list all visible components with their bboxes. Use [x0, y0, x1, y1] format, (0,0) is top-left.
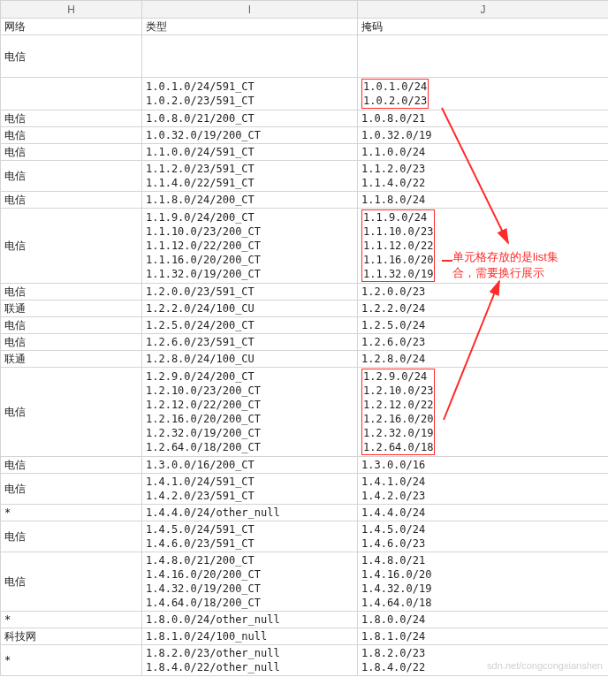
highlight-box: 1.0.1.0/24 1.0.2.0/23 — [361, 79, 429, 109]
table-row: 电信1.1.2.0/23/591_CT 1.1.4.0/22/591_CT1.1… — [1, 161, 609, 192]
cell-mask[interactable]: 1.2.9.0/24 1.2.10.0/23 1.2.12.0/22 1.2.1… — [358, 368, 609, 457]
table-row: 电信1.2.5.0/24/200_CT1.2.5.0/24 — [1, 317, 609, 334]
header-network[interactable]: 网络 — [1, 19, 142, 35]
cell-network[interactable] — [1, 78, 142, 110]
cell-network[interactable]: 电信 — [1, 110, 142, 127]
table-row: 电信1.1.8.0/24/200_CT1.1.8.0/24 — [1, 192, 609, 209]
cell-mask[interactable]: 1.2.6.0/23 — [358, 334, 609, 351]
cell-type[interactable]: 1.1.0.0/24/591_CT — [142, 144, 358, 161]
cell-mask[interactable]: 1.2.2.0/24 — [358, 301, 609, 317]
cell-type[interactable]: 1.8.1.0/24/100_null — [142, 628, 358, 645]
col-header-I[interactable]: I — [142, 1, 358, 19]
table-row: 联通1.2.2.0/24/100_CU1.2.2.0/24 — [1, 301, 609, 317]
col-header-H[interactable]: H — [1, 1, 142, 19]
cell-mask[interactable]: 1.8.0.0/24 — [358, 612, 609, 628]
cell-type[interactable]: 1.8.2.0/23/other_null 1.8.4.0/22/other_n… — [142, 645, 358, 676]
cell-network[interactable]: 电信 — [1, 127, 142, 144]
cell-network[interactable]: 电信 — [1, 368, 142, 457]
field-header-row: 网络 类型 掩码 — [1, 19, 609, 35]
cell-type[interactable]: 1.1.8.0/24/200_CT — [142, 192, 358, 209]
column-header-row: H I J — [1, 1, 609, 19]
table-row: 电信1.3.0.0/16/200_CT1.3.0.0/16 — [1, 457, 609, 474]
cell-type[interactable] — [142, 35, 358, 78]
cell-type[interactable]: 1.4.1.0/24/591_CT 1.4.2.0/23/591_CT — [142, 474, 358, 505]
table-row: *1.4.4.0/24/other_null1.4.4.0/24 — [1, 505, 609, 521]
cell-network[interactable]: 联通 — [1, 301, 142, 317]
table-row: 电信1.2.0.0/23/591_CT1.2.0.0/23 — [1, 284, 609, 301]
annotation-line-1: 单元格存放的是list集 — [452, 250, 559, 263]
cell-network[interactable]: * — [1, 505, 142, 521]
annotation-line-2: 合，需要换行展示 — [452, 266, 544, 279]
cell-type[interactable]: 1.2.8.0/24/100_CU — [142, 351, 358, 368]
table-row: 电信1.4.1.0/24/591_CT 1.4.2.0/23/591_CT1.4… — [1, 474, 609, 505]
cell-mask[interactable]: 1.1.8.0/24 — [358, 192, 609, 209]
table-row: 电信1.4.8.0/21/200_CT 1.4.16.0/20/200_CT 1… — [1, 552, 609, 612]
cell-network[interactable]: 电信 — [1, 474, 142, 505]
table-row: 科技网1.8.1.0/24/100_null1.8.1.0/24 — [1, 628, 609, 645]
cell-network[interactable]: 科技网 — [1, 628, 142, 645]
cell-network[interactable]: 电信 — [1, 35, 142, 78]
cell-type[interactable]: 1.0.8.0/21/200_CT — [142, 110, 358, 127]
cell-network[interactable]: 电信 — [1, 521, 142, 552]
cell-network[interactable]: 电信 — [1, 334, 142, 351]
cell-mask[interactable]: 1.4.5.0/24 1.4.6.0/23 — [358, 521, 609, 552]
cell-network[interactable]: 电信 — [1, 284, 142, 301]
cell-mask[interactable]: 1.0.1.0/24 1.0.2.0/23 — [358, 78, 609, 110]
cell-type[interactable]: 1.4.4.0/24/other_null — [142, 505, 358, 521]
cell-network[interactable]: * — [1, 612, 142, 628]
header-type[interactable]: 类型 — [142, 19, 358, 35]
cell-network[interactable]: * — [1, 645, 142, 676]
cell-network[interactable]: 电信 — [1, 317, 142, 334]
cell-type[interactable]: 1.0.1.0/24/591_CT 1.0.2.0/23/591_CT — [142, 78, 358, 110]
cell-type[interactable]: 1.1.2.0/23/591_CT 1.1.4.0/22/591_CT — [142, 161, 358, 192]
cell-mask[interactable]: 1.8.1.0/24 — [358, 628, 609, 645]
cell-type[interactable]: 1.2.9.0/24/200_CT 1.2.10.0/23/200_CT 1.2… — [142, 368, 358, 457]
cell-type[interactable]: 1.4.8.0/21/200_CT 1.4.16.0/20/200_CT 1.4… — [142, 552, 358, 612]
annotation-callout: 单元格存放的是list集 合，需要换行展示 — [452, 249, 559, 281]
col-header-J[interactable]: J — [358, 1, 609, 19]
cell-network[interactable]: 联通 — [1, 351, 142, 368]
table-row: 1.0.1.0/24/591_CT 1.0.2.0/23/591_CT1.0.1… — [1, 78, 609, 110]
table-row: *1.8.0.0/24/other_null1.8.0.0/24 — [1, 612, 609, 628]
cell-network[interactable]: 电信 — [1, 161, 142, 192]
cell-mask[interactable]: 1.3.0.0/16 — [358, 457, 609, 474]
table-row: 联通1.2.8.0/24/100_CU1.2.8.0/24 — [1, 351, 609, 368]
cell-mask[interactable]: 1.1.2.0/23 1.1.4.0/22 — [358, 161, 609, 192]
cell-network[interactable]: 电信 — [1, 552, 142, 612]
cell-mask[interactable]: 1.4.4.0/24 — [358, 505, 609, 521]
header-mask[interactable]: 掩码 — [358, 19, 609, 35]
cell-type[interactable]: 1.2.6.0/23/591_CT — [142, 334, 358, 351]
cell-type[interactable]: 1.4.5.0/24/591_CT 1.4.6.0/23/591_CT — [142, 521, 358, 552]
spreadsheet-table: H I J 网络 类型 掩码 电信1.0.1.0/24/591_CT 1.0.2… — [0, 0, 608, 676]
cell-mask[interactable]: 1.2.5.0/24 — [358, 317, 609, 334]
table-row: 电信1.1.0.0/24/591_CT1.1.0.0/24 — [1, 144, 609, 161]
cell-mask[interactable]: 1.0.32.0/19 — [358, 127, 609, 144]
highlight-box: 1.2.9.0/24 1.2.10.0/23 1.2.12.0/22 1.2.1… — [361, 369, 435, 455]
table-row: 电信 — [1, 35, 609, 78]
cell-mask[interactable]: 1.0.8.0/21 — [358, 110, 609, 127]
cell-network[interactable]: 电信 — [1, 209, 142, 284]
table-row: 电信1.0.8.0/21/200_CT1.0.8.0/21 — [1, 110, 609, 127]
cell-mask[interactable] — [358, 35, 609, 78]
cell-type[interactable]: 1.1.9.0/24/200_CT 1.1.10.0/23/200_CT 1.1… — [142, 209, 358, 284]
cell-mask[interactable]: 1.2.0.0/23 — [358, 284, 609, 301]
cell-type[interactable]: 1.2.5.0/24/200_CT — [142, 317, 358, 334]
cell-network[interactable]: 电信 — [1, 192, 142, 209]
cell-type[interactable]: 1.3.0.0/16/200_CT — [142, 457, 358, 474]
cell-mask[interactable]: 1.1.0.0/24 — [358, 144, 609, 161]
cell-mask[interactable]: 1.4.8.0/21 1.4.16.0/20 1.4.32.0/19 1.4.6… — [358, 552, 609, 612]
cell-type[interactable]: 1.2.2.0/24/100_CU — [142, 301, 358, 317]
cell-network[interactable]: 电信 — [1, 144, 142, 161]
table-row: 电信1.0.32.0/19/200_CT1.0.32.0/19 — [1, 127, 609, 144]
cell-mask[interactable]: 1.4.1.0/24 1.4.2.0/23 — [358, 474, 609, 505]
cell-network[interactable]: 电信 — [1, 457, 142, 474]
watermark: sdn.net/congcongxianshen — [487, 660, 603, 671]
cell-mask[interactable]: 1.2.8.0/24 — [358, 351, 609, 368]
cell-type[interactable]: 1.2.0.0/23/591_CT — [142, 284, 358, 301]
table-row: 电信1.4.5.0/24/591_CT 1.4.6.0/23/591_CT1.4… — [1, 521, 609, 552]
table-row: 电信1.2.9.0/24/200_CT 1.2.10.0/23/200_CT 1… — [1, 368, 609, 457]
cell-type[interactable]: 1.0.32.0/19/200_CT — [142, 127, 358, 144]
highlight-box: 1.1.9.0/24 1.1.10.0/23 1.1.12.0/22 1.1.1… — [361, 209, 435, 282]
cell-type[interactable]: 1.8.0.0/24/other_null — [142, 612, 358, 628]
table-row: 电信1.2.6.0/23/591_CT1.2.6.0/23 — [1, 334, 609, 351]
